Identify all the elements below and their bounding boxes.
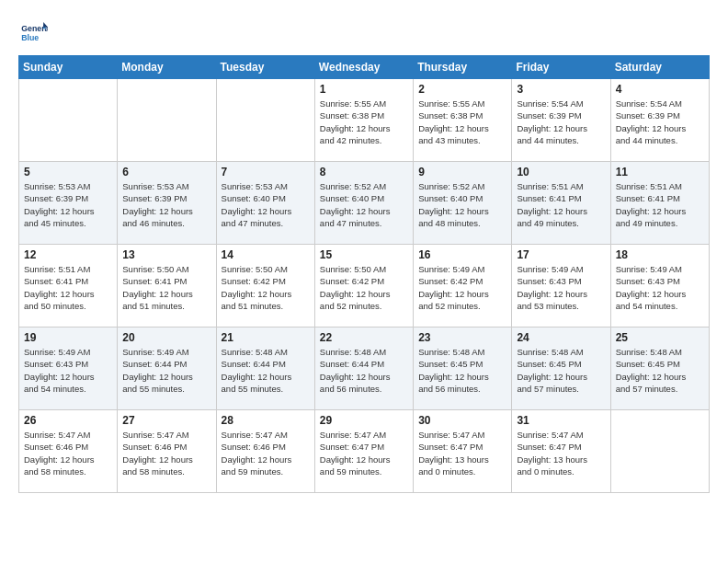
calendar-cell: 24Sunrise: 5:48 AM Sunset: 6:45 PM Dayli… [512, 327, 610, 410]
day-number: 11 [616, 166, 704, 178]
calendar-cell: 15Sunrise: 5:50 AM Sunset: 6:42 PM Dayli… [314, 245, 413, 327]
day-number: 22 [320, 331, 408, 344]
day-number: 9 [418, 166, 506, 178]
calendar-cell: 21Sunrise: 5:48 AM Sunset: 6:44 PM Dayli… [216, 327, 314, 410]
calendar-cell: 14Sunrise: 5:50 AM Sunset: 6:42 PM Dayli… [216, 245, 314, 327]
calendar-cell: 7Sunrise: 5:53 AM Sunset: 6:40 PM Daylig… [216, 162, 314, 245]
day-info: Sunrise: 5:47 AM Sunset: 6:46 PM Dayligh… [122, 429, 210, 477]
logo-icon: General Blue [18, 18, 48, 48]
calendar-header-row: SundayMondayTuesdayWednesdayThursdayFrid… [19, 56, 710, 79]
calendar-cell [216, 79, 314, 162]
header: General Blue [18, 18, 710, 48]
day-info: Sunrise: 5:53 AM Sunset: 6:39 PM Dayligh… [24, 180, 112, 229]
calendar-cell: 19Sunrise: 5:49 AM Sunset: 6:43 PM Dayli… [19, 327, 118, 410]
calendar-cell: 29Sunrise: 5:47 AM Sunset: 6:47 PM Dayli… [314, 410, 413, 493]
day-number: 4 [616, 83, 704, 96]
day-info: Sunrise: 5:47 AM Sunset: 6:47 PM Dayligh… [418, 429, 506, 477]
col-header-sunday: Sunday [19, 56, 118, 79]
day-info: Sunrise: 5:51 AM Sunset: 6:41 PM Dayligh… [616, 180, 704, 229]
day-info: Sunrise: 5:48 AM Sunset: 6:45 PM Dayligh… [616, 346, 704, 395]
day-number: 27 [122, 414, 210, 427]
day-number: 12 [24, 248, 112, 261]
day-number: 28 [222, 414, 310, 427]
svg-text:Blue: Blue [21, 33, 39, 42]
day-info: Sunrise: 5:53 AM Sunset: 6:39 PM Dayligh… [122, 180, 210, 229]
calendar-cell: 17Sunrise: 5:49 AM Sunset: 6:43 PM Dayli… [512, 245, 610, 327]
calendar-cell: 30Sunrise: 5:47 AM Sunset: 6:47 PM Dayli… [414, 410, 512, 493]
day-number: 31 [517, 414, 605, 427]
calendar-cell: 4Sunrise: 5:54 AM Sunset: 6:39 PM Daylig… [610, 79, 709, 162]
day-number: 24 [517, 331, 605, 344]
day-info: Sunrise: 5:48 AM Sunset: 6:45 PM Dayligh… [517, 346, 605, 395]
calendar-cell: 11Sunrise: 5:51 AM Sunset: 6:41 PM Dayli… [610, 162, 709, 245]
day-number: 19 [24, 331, 112, 344]
calendar-cell: 10Sunrise: 5:51 AM Sunset: 6:41 PM Dayli… [512, 162, 610, 245]
calendar-cell: 20Sunrise: 5:49 AM Sunset: 6:44 PM Dayli… [118, 327, 216, 410]
calendar-cell: 26Sunrise: 5:47 AM Sunset: 6:46 PM Dayli… [19, 410, 118, 493]
day-info: Sunrise: 5:50 AM Sunset: 6:42 PM Dayligh… [320, 263, 408, 312]
calendar-cell: 13Sunrise: 5:50 AM Sunset: 6:41 PM Dayli… [118, 245, 216, 327]
day-info: Sunrise: 5:55 AM Sunset: 6:38 PM Dayligh… [418, 98, 506, 146]
calendar-cell: 2Sunrise: 5:55 AM Sunset: 6:38 PM Daylig… [414, 79, 512, 162]
calendar-cell: 5Sunrise: 5:53 AM Sunset: 6:39 PM Daylig… [19, 162, 118, 245]
calendar-cell: 18Sunrise: 5:49 AM Sunset: 6:43 PM Dayli… [610, 245, 709, 327]
day-info: Sunrise: 5:48 AM Sunset: 6:45 PM Dayligh… [418, 346, 506, 395]
day-number: 30 [418, 414, 506, 427]
day-number: 18 [616, 248, 704, 261]
day-info: Sunrise: 5:49 AM Sunset: 6:43 PM Dayligh… [24, 346, 112, 395]
day-info: Sunrise: 5:49 AM Sunset: 6:42 PM Dayligh… [418, 263, 506, 312]
calendar-cell: 9Sunrise: 5:52 AM Sunset: 6:40 PM Daylig… [414, 162, 512, 245]
day-number: 3 [517, 83, 605, 96]
col-header-thursday: Thursday [414, 56, 512, 79]
day-number: 17 [517, 248, 605, 261]
calendar-week-row: 5Sunrise: 5:53 AM Sunset: 6:39 PM Daylig… [19, 162, 710, 245]
day-number: 2 [418, 83, 506, 96]
calendar-week-row: 1Sunrise: 5:55 AM Sunset: 6:38 PM Daylig… [19, 79, 710, 162]
calendar-cell [610, 410, 709, 493]
day-info: Sunrise: 5:48 AM Sunset: 6:44 PM Dayligh… [222, 346, 310, 395]
day-info: Sunrise: 5:54 AM Sunset: 6:39 PM Dayligh… [616, 98, 704, 146]
day-info: Sunrise: 5:51 AM Sunset: 6:41 PM Dayligh… [517, 180, 605, 229]
day-number: 25 [616, 331, 704, 344]
day-number: 5 [24, 166, 112, 178]
calendar-cell: 6Sunrise: 5:53 AM Sunset: 6:39 PM Daylig… [118, 162, 216, 245]
day-info: Sunrise: 5:49 AM Sunset: 6:44 PM Dayligh… [122, 346, 210, 395]
calendar-week-row: 26Sunrise: 5:47 AM Sunset: 6:46 PM Dayli… [19, 410, 710, 493]
col-header-tuesday: Tuesday [216, 56, 314, 79]
day-info: Sunrise: 5:48 AM Sunset: 6:44 PM Dayligh… [320, 346, 408, 395]
day-info: Sunrise: 5:47 AM Sunset: 6:46 PM Dayligh… [222, 429, 310, 477]
calendar-cell: 27Sunrise: 5:47 AM Sunset: 6:46 PM Dayli… [118, 410, 216, 493]
calendar-week-row: 19Sunrise: 5:49 AM Sunset: 6:43 PM Dayli… [19, 327, 710, 410]
day-info: Sunrise: 5:47 AM Sunset: 6:46 PM Dayligh… [24, 429, 112, 477]
calendar-week-row: 12Sunrise: 5:51 AM Sunset: 6:41 PM Dayli… [19, 245, 710, 327]
calendar-cell: 3Sunrise: 5:54 AM Sunset: 6:39 PM Daylig… [512, 79, 610, 162]
day-number: 23 [418, 331, 506, 344]
day-info: Sunrise: 5:54 AM Sunset: 6:39 PM Dayligh… [517, 98, 605, 146]
day-info: Sunrise: 5:52 AM Sunset: 6:40 PM Dayligh… [320, 180, 408, 229]
day-number: 6 [122, 166, 210, 178]
day-info: Sunrise: 5:55 AM Sunset: 6:38 PM Dayligh… [320, 98, 408, 146]
col-header-wednesday: Wednesday [314, 56, 413, 79]
calendar-cell [118, 79, 216, 162]
calendar-cell: 31Sunrise: 5:47 AM Sunset: 6:47 PM Dayli… [512, 410, 610, 493]
day-number: 7 [222, 166, 310, 178]
day-info: Sunrise: 5:49 AM Sunset: 6:43 PM Dayligh… [616, 263, 704, 312]
calendar-cell: 8Sunrise: 5:52 AM Sunset: 6:40 PM Daylig… [314, 162, 413, 245]
logo: General Blue [18, 18, 48, 48]
day-number: 1 [320, 83, 408, 96]
day-info: Sunrise: 5:50 AM Sunset: 6:41 PM Dayligh… [122, 263, 210, 312]
day-number: 16 [418, 248, 506, 261]
day-number: 20 [122, 331, 210, 344]
day-number: 26 [24, 414, 112, 427]
day-info: Sunrise: 5:53 AM Sunset: 6:40 PM Dayligh… [222, 180, 310, 229]
calendar-cell [19, 79, 118, 162]
day-info: Sunrise: 5:47 AM Sunset: 6:47 PM Dayligh… [517, 429, 605, 477]
day-number: 29 [320, 414, 408, 427]
day-info: Sunrise: 5:51 AM Sunset: 6:41 PM Dayligh… [24, 263, 112, 312]
day-info: Sunrise: 5:52 AM Sunset: 6:40 PM Dayligh… [418, 180, 506, 229]
day-number: 21 [222, 331, 310, 344]
day-info: Sunrise: 5:50 AM Sunset: 6:42 PM Dayligh… [222, 263, 310, 312]
calendar-cell: 23Sunrise: 5:48 AM Sunset: 6:45 PM Dayli… [414, 327, 512, 410]
calendar-cell: 12Sunrise: 5:51 AM Sunset: 6:41 PM Dayli… [19, 245, 118, 327]
day-number: 10 [517, 166, 605, 178]
